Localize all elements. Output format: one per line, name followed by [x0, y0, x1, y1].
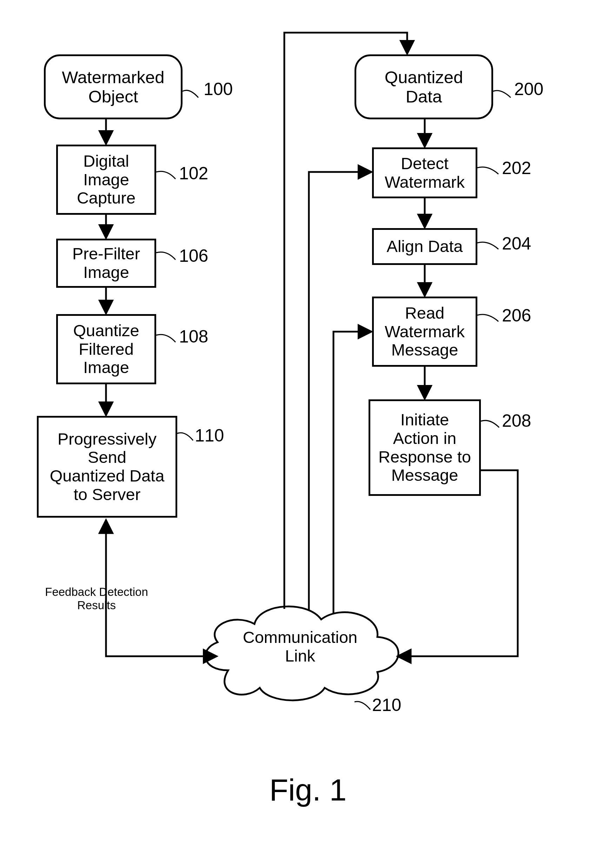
ref-108: 108 [179, 326, 208, 347]
node-initiate-action: InitiateAction inResponse toMessage [368, 399, 481, 496]
ref-102: 102 [179, 163, 208, 184]
node-align-data: Align Data [372, 228, 477, 265]
ref-210: 210 [372, 695, 401, 715]
cloud-label: CommunicationLink [195, 628, 406, 665]
node-read-watermark-message: ReadWatermarkMessage [372, 297, 477, 367]
node-label: QuantizeFilteredImage [73, 321, 139, 377]
node-label: QuantizedData [385, 68, 463, 106]
ref-208: 208 [502, 411, 531, 431]
node-label: ProgressivelySendQuantized Datato Server [50, 430, 165, 504]
node-label: DetectWatermark [385, 154, 465, 191]
node-quantized-data: QuantizedData [354, 54, 493, 119]
feedback-detection-results-label: Feedback DetectionResults [40, 585, 153, 612]
ref-200: 200 [514, 79, 543, 99]
node-label: Align Data [387, 237, 463, 255]
node-quantize-filtered-image: QuantizeFilteredImage [56, 314, 156, 384]
node-digital-image-capture: DigitalImageCapture [56, 145, 156, 215]
node-detect-watermark: DetectWatermark [372, 147, 477, 198]
node-label: InitiateAction inResponse toMessage [378, 410, 471, 484]
node-watermarked-object: WatermarkedObject [44, 54, 183, 119]
ref-110: 110 [195, 425, 224, 446]
cloud-text: CommunicationLink [243, 628, 358, 665]
ref-202: 202 [502, 158, 531, 178]
figure-caption: Fig. 1 [0, 772, 616, 808]
node-label: Pre-FilterImage [72, 244, 140, 282]
node-pre-filter-image: Pre-FilterImage [56, 239, 156, 288]
ref-106: 106 [179, 246, 208, 266]
node-label: ReadWatermarkMessage [385, 303, 465, 359]
node-progressively-send: ProgressivelySendQuantized Datato Server [37, 416, 177, 518]
ref-204: 204 [502, 234, 531, 254]
ref-206: 206 [502, 305, 531, 326]
feedback-text: Feedback DetectionResults [45, 585, 148, 612]
node-label: WatermarkedObject [62, 68, 164, 106]
ref-100: 100 [204, 79, 233, 99]
node-label: DigitalImageCapture [77, 152, 136, 207]
